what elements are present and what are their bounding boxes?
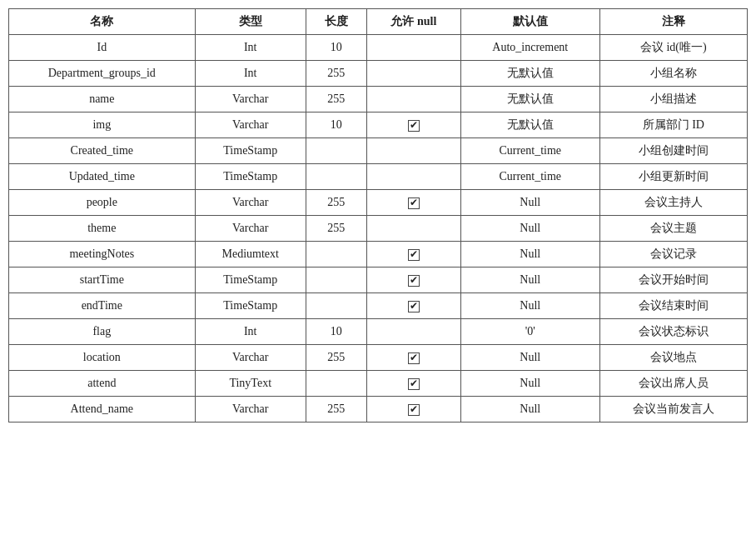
table-cell-comment: 会议状态标识 [599,319,747,345]
table-header-row: 名称类型长度允许 null默认值注释 [9,9,748,35]
table-cell-type: Int [195,61,306,87]
table-cell-type: Varchar [195,216,306,242]
table-cell-default: Null [460,293,599,319]
table-cell-comment: 会议出席人员 [599,371,747,397]
checkbox-icon [408,301,420,312]
table-cell-name: Updated_time [9,164,196,190]
table-cell-length: 10 [306,112,366,138]
table-cell-comment: 小组描述 [599,87,747,112]
table-cell-default: Null [460,216,599,242]
table-cell-length [306,242,366,268]
table-cell-comment: 会议当前发言人 [599,397,747,422]
table-row: Created_timeTimeStampCurrent_time小组创建时间 [9,138,748,164]
table-cell-length [306,164,366,190]
table-cell-allow_null [366,371,460,397]
table-cell-type: Varchar [195,87,306,112]
column-header: 注释 [599,9,747,35]
table-cell-default: 无默认值 [460,61,599,87]
table-cell-length: 255 [306,87,366,112]
table-cell-type: Varchar [195,112,306,138]
table-cell-length: 255 [306,397,366,422]
table-cell-length: 10 [306,35,366,61]
table-cell-comment: 小组更新时间 [599,164,747,190]
table-cell-length: 255 [306,216,366,242]
table-cell-allow_null [366,345,460,371]
table-cell-name: Department_groups_id [9,61,196,87]
table-row: imgVarchar10无默认值所属部门 ID [9,112,748,138]
table-cell-type: TimeStamp [195,164,306,190]
table-cell-type: TimeStamp [195,268,306,293]
table-cell-type: Varchar [195,345,306,371]
table-cell-allow_null [366,293,460,319]
table-row: themeVarchar255Null会议主题 [9,216,748,242]
table-cell-default: 无默认值 [460,87,599,112]
table-row: Department_groups_idInt255无默认值小组名称 [9,61,748,87]
table-cell-comment: 会议结束时间 [599,293,747,319]
table-cell-allow_null [366,112,460,138]
table-cell-allow_null [366,216,460,242]
table-cell-comment: 小组名称 [599,61,747,87]
table-cell-default: Current_time [460,164,599,190]
table-cell-name: Attend_name [9,397,196,422]
table-cell-name: name [9,87,196,112]
table-cell-default: Null [460,371,599,397]
table-row: flagInt10'0'会议状态标识 [9,319,748,345]
table-cell-allow_null [366,87,460,112]
table-cell-length: 255 [306,190,366,216]
table-cell-allow_null [366,397,460,422]
table-cell-name: img [9,112,196,138]
table-cell-default: Current_time [460,138,599,164]
table-cell-type: Int [195,319,306,345]
checkbox-icon [408,404,420,416]
table-cell-allow_null [366,35,460,61]
table-cell-comment: 所属部门 ID [599,112,747,138]
table-cell-default: '0' [460,319,599,345]
table-cell-type: Varchar [195,190,306,216]
table-cell-allow_null [366,268,460,293]
column-header: 名称 [9,9,196,35]
table-row: Updated_timeTimeStampCurrent_time小组更新时间 [9,164,748,190]
column-header: 允许 null [366,9,460,35]
column-header: 长度 [306,9,366,35]
column-header: 类型 [195,9,306,35]
table-cell-length: 255 [306,345,366,371]
table-cell-length: 255 [306,61,366,87]
table-row: peopleVarchar255Null会议主持人 [9,190,748,216]
table-cell-comment: 会议开始时间 [599,268,747,293]
table-cell-name: people [9,190,196,216]
table-cell-name: meetingNotes [9,242,196,268]
table-row: attendTinyTextNull会议出席人员 [9,371,748,397]
table-row: locationVarchar255Null会议地点 [9,345,748,371]
table-cell-allow_null [366,138,460,164]
table-cell-name: endTime [9,293,196,319]
table-cell-type: TimeStamp [195,293,306,319]
table-cell-type: Varchar [195,397,306,422]
table-cell-name: Created_time [9,138,196,164]
schema-table: 名称类型长度允许 null默认值注释 IdInt10Auto_increment… [8,8,748,422]
table-cell-comment: 会议主题 [599,216,747,242]
table-cell-default: Null [460,242,599,268]
table-cell-type: Mediumtext [195,242,306,268]
table-row: startTimeTimeStampNull会议开始时间 [9,268,748,293]
table-cell-name: theme [9,216,196,242]
checkbox-icon [408,378,420,390]
table-cell-comment: 会议 id(唯一) [599,35,747,61]
table-cell-default: Auto_increment [460,35,599,61]
table-cell-length [306,293,366,319]
table-cell-comment: 会议记录 [599,242,747,268]
table-cell-allow_null [366,164,460,190]
table-cell-allow_null [366,61,460,87]
table-cell-type: Int [195,35,306,61]
table-row: nameVarchar255无默认值小组描述 [9,87,748,112]
checkbox-icon [408,275,420,287]
table-row: IdInt10Auto_increment会议 id(唯一) [9,35,748,61]
table-cell-name: startTime [9,268,196,293]
table-row: endTimeTimeStampNull会议结束时间 [9,293,748,319]
checkbox-icon [408,120,420,132]
table-cell-length [306,138,366,164]
table-cell-default: Null [460,345,599,371]
table-cell-length [306,268,366,293]
table-cell-type: TinyText [195,371,306,397]
table-cell-comment: 会议主持人 [599,190,747,216]
table-row: meetingNotesMediumtextNull会议记录 [9,242,748,268]
